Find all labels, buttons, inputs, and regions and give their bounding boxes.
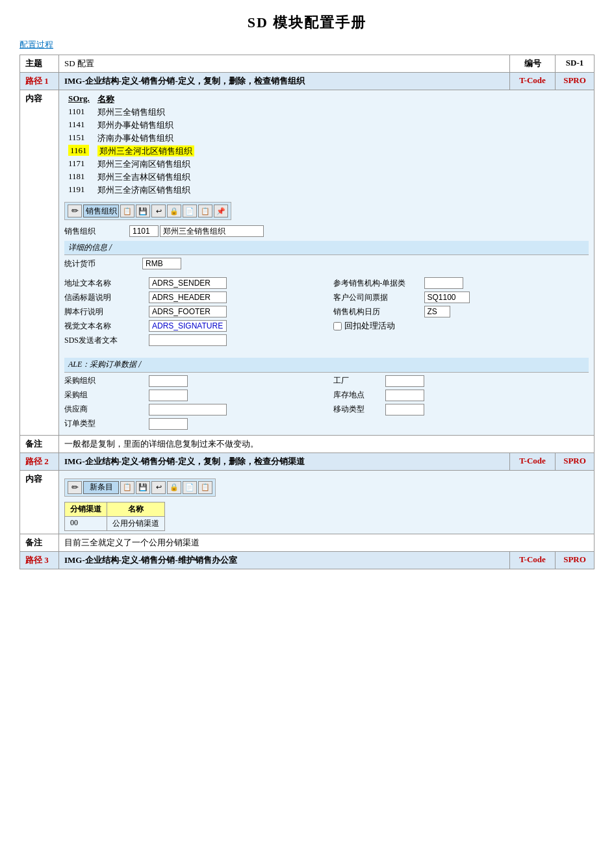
save-icon[interactable]: 💾	[136, 205, 150, 217]
path2-value: IMG-企业结构-定义-销售分销-定义，复制，删除，检查分销渠道	[59, 453, 510, 470]
order-type-row: 订单类型	[64, 418, 320, 430]
sales-org-label: 销售组织	[64, 226, 129, 237]
note2-text: 目前三全就定义了一个公用分销渠道	[59, 534, 595, 551]
addr-text-input[interactable]	[149, 277, 227, 289]
callback-checkbox[interactable]	[333, 322, 342, 330]
storage-input[interactable]	[385, 390, 424, 401]
sales-org-code-input[interactable]	[129, 225, 159, 237]
org-name: 郑州三全吉林区销售组织	[94, 171, 198, 184]
sds-input[interactable]	[149, 334, 227, 346]
visual-text-input[interactable]	[149, 320, 227, 332]
org-code: 1141	[64, 119, 94, 132]
edit2-icon[interactable]: ✏	[68, 481, 82, 494]
path3-tcode-value: SPRO	[556, 551, 595, 569]
supplier-input[interactable]	[149, 404, 227, 415]
form-col-right: 参考销售机构-单据类 客户公司间票据 销售机构日历 回扣处理活动	[333, 277, 589, 349]
org-name: 郑州办事处销售组织	[94, 119, 198, 132]
mobile-label: 移动类型	[333, 404, 385, 415]
letter-input[interactable]	[149, 291, 227, 303]
content1-cell: SOrg. 名称 1101 郑州三全销售组织 1141 郑州办事处销售组织 11…	[59, 90, 595, 436]
dist-name: 公用分销渠道	[107, 516, 165, 530]
path2-tcode-label: T-Code	[510, 453, 556, 470]
purchase-group-input[interactable]	[149, 390, 188, 401]
number-value: SD-1	[556, 55, 595, 73]
org-table: SOrg. 名称 1101 郑州三全销售组织 1141 郑州办事处销售组织 11…	[64, 93, 198, 197]
form-col-left: 地址文本名称 信函标题说明 脚本行说明 视觉文本名称	[64, 277, 320, 349]
lock-icon[interactable]: 🔒	[167, 205, 181, 217]
dist-header-row: 分销渠道 名称	[65, 502, 165, 516]
dist-col2-header: 名称	[107, 502, 165, 516]
purchase-group-row: 采购组	[64, 390, 320, 401]
addr-text-row: 地址文本名称	[64, 277, 320, 289]
number-label: 编号	[510, 55, 556, 73]
path1-tcode-value: SPRO	[556, 73, 595, 90]
org-code: 1161	[64, 145, 94, 158]
customer-bill-input[interactable]	[424, 291, 470, 303]
callback-label: 回扣处理活动	[344, 320, 395, 332]
sales-org-name-input[interactable]	[160, 225, 264, 237]
path1-tcode-label: T-Code	[510, 73, 556, 90]
visual-text-label: 视觉文本名称	[64, 321, 149, 332]
plant-input[interactable]	[385, 375, 424, 387]
doc2-icon[interactable]: 📋	[198, 205, 212, 217]
ale-form: 采购组织 采购组 供应商 订单类型	[64, 375, 589, 432]
ref-sales-input[interactable]	[424, 277, 463, 289]
content2-label: 内容	[20, 470, 59, 534]
path3-label: 路径 3	[20, 551, 59, 569]
page-title: SD 模块配置手册	[19, 13, 595, 32]
note2-row: 备注 目前三全就定义了一个公用分销渠道	[20, 534, 595, 551]
org-name: 济南办事处销售组织	[94, 132, 198, 145]
purchase-org-label: 采购组织	[64, 375, 149, 386]
note1-text: 一般都是复制，里面的详细信息复制过来不做变动。	[59, 435, 595, 453]
note2-label: 备注	[20, 534, 59, 551]
addr-text-label: 地址文本名称	[64, 278, 149, 289]
org-header-row: SOrg. 名称	[64, 93, 198, 106]
undo-icon[interactable]: ↩	[151, 205, 166, 217]
plant-row: 工厂	[333, 375, 589, 387]
org-code: 1171	[64, 158, 94, 171]
undo2-icon[interactable]: ↩	[151, 481, 166, 494]
content2-cell: ✏ 新条目 📋 💾 ↩ 🔒 📄 📋 分销渠道 名称 00 公用分销渠道	[59, 470, 595, 534]
copy-icon[interactable]: 📋	[120, 205, 134, 217]
purchase-org-input[interactable]	[149, 375, 188, 387]
currency-row: 统计货币	[64, 258, 589, 269]
org-code: 1151	[64, 132, 94, 145]
customer-bill-label: 客户公司间票据	[333, 292, 424, 303]
doc-icon[interactable]: 📄	[183, 205, 197, 217]
content1-row: 内容 SOrg. 名称 1101 郑州三全销售组织 1141 郑州办事处销售组织…	[20, 90, 595, 436]
letter-row: 信函标题说明	[64, 291, 320, 303]
edit-icon[interactable]: ✏	[68, 205, 82, 217]
doc4-icon[interactable]: 📋	[198, 481, 212, 494]
footer-input[interactable]	[149, 306, 227, 317]
currency-input[interactable]	[142, 258, 181, 269]
mobile-input[interactable]	[385, 404, 424, 415]
sales-calendar-input[interactable]	[424, 306, 450, 317]
lock2-icon[interactable]: 🔒	[167, 481, 181, 494]
org-row-1171: 1171 郑州三全河南区销售组织	[64, 158, 198, 171]
org-name: 郑州三全河北区销售组织	[94, 145, 198, 158]
path2-label: 路径 2	[20, 453, 59, 470]
path1-row: 路径 1 IMG-企业结构-定义-销售分销-定义，复制，删除，检查销售组织 T-…	[20, 73, 595, 90]
ale-col-right: 工厂 库存地点 移动类型	[333, 375, 589, 432]
order-type-input[interactable]	[149, 418, 188, 430]
doc3-icon[interactable]: 📄	[183, 481, 197, 494]
org-code: 1191	[64, 184, 94, 197]
sds-row: SDS发送者文本	[64, 334, 320, 346]
new-item2-button[interactable]: 新条目	[83, 481, 119, 494]
save2-icon[interactable]: 💾	[136, 481, 150, 494]
supplier-label: 供应商	[64, 404, 149, 415]
pin-icon[interactable]: 📌	[214, 205, 228, 217]
new-item-button[interactable]: 销售组织	[83, 205, 119, 217]
note1-label: 备注	[20, 435, 59, 453]
path3-tcode-label: T-Code	[510, 551, 556, 569]
org-row-1151: 1151 济南办事处销售组织	[64, 132, 198, 145]
header-row: 主题 SD 配置 编号 SD-1	[20, 55, 595, 73]
footer-row: 脚本行说明	[64, 306, 320, 317]
content2-row: 内容 ✏ 新条目 📋 💾 ↩ 🔒 📄 📋 分销渠道 名称 00	[20, 470, 595, 534]
path1-value: IMG-企业结构-定义-销售分销-定义，复制，删除，检查销售组织	[59, 73, 510, 90]
copy2-icon[interactable]: 📋	[120, 481, 134, 494]
org-code: 1101	[64, 106, 94, 119]
mobile-row: 移动类型	[333, 404, 589, 415]
dist-col1-header: 分销渠道	[65, 502, 107, 516]
content1-label: 内容	[20, 90, 59, 436]
